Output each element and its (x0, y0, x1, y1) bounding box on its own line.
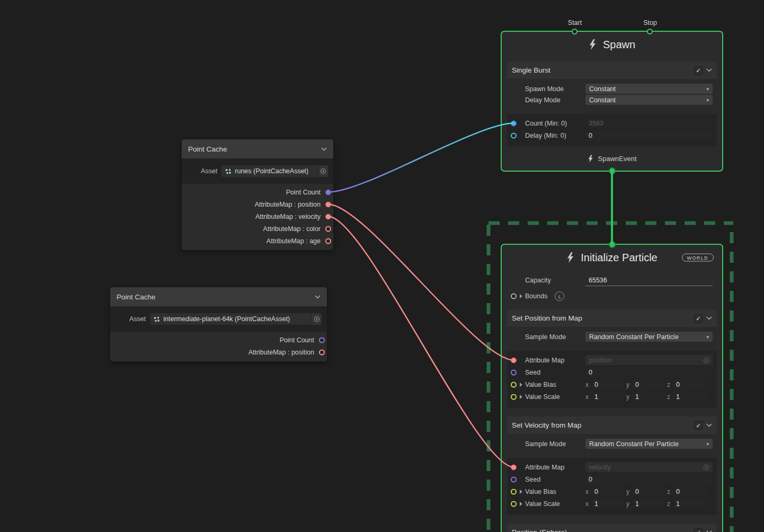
chevron-down-icon[interactable] (706, 316, 712, 320)
value-scale-x-field[interactable]: 1 (591, 392, 624, 402)
attributemap-position-output-port[interactable] (319, 349, 325, 355)
set-velocity-from-map-block[interactable]: Set Velocity from Map ✓ Sample Mode Rand… (507, 416, 717, 515)
asset-object-field[interactable]: intermediate-planet-64k (PointCacheAsset… (150, 313, 322, 325)
chevron-down-icon[interactable] (321, 147, 327, 151)
object-picker-button[interactable] (312, 313, 322, 325)
attribute-map-field[interactable]: velocity (585, 462, 713, 472)
set-position-from-map-block[interactable]: Set Position from Map ✓ Sample Mode Rand… (507, 309, 717, 408)
foldout-triangle-icon[interactable] (519, 395, 522, 399)
block-header[interactable]: Single Burst ✓ (507, 61, 717, 79)
velocity-map-edge[interactable] (328, 217, 514, 467)
point-count-output-port[interactable] (325, 189, 331, 195)
value-bias-x-field[interactable]: 0 (591, 486, 624, 496)
value-bias-y-field[interactable]: 0 (632, 379, 665, 389)
count-edge[interactable] (328, 123, 514, 192)
attribute-map-field[interactable]: position (585, 355, 713, 365)
sample-mode-dropdown[interactable]: Random Constant Per Particle ▾ (585, 439, 713, 449)
spawn-mode-dropdown[interactable]: Constant ▾ (585, 84, 713, 94)
attributemap-position-output-port[interactable] (325, 201, 331, 207)
node-header[interactable]: Point Cache (110, 287, 327, 306)
asset-object-field[interactable]: runes (PointCacheAsset) (221, 165, 328, 177)
attribute-map-label: Attribute Map (525, 357, 564, 364)
axis-y-label: y (626, 500, 629, 508)
value-scale-x-field[interactable]: 1 (591, 499, 624, 509)
attributemap-velocity-output-port[interactable] (325, 214, 331, 219)
output-label: Point Count (286, 189, 321, 196)
foldout-triangle-icon[interactable] (519, 502, 522, 506)
delay-input-port[interactable] (511, 132, 517, 138)
point-cache-node-planet[interactable]: Point Cache Asset intermediate-planet-64… (110, 287, 327, 362)
initialize-flow-input-port[interactable] (609, 241, 616, 248)
value-scale-z-field[interactable]: 1 (673, 392, 706, 402)
spawn-event-output: SpawnEvent (502, 147, 722, 170)
value-scale-y-field[interactable]: 1 (632, 392, 665, 402)
chevron-down-icon[interactable] (315, 295, 321, 299)
foldout-triangle-icon[interactable] (519, 383, 522, 387)
spawn-mode-value: Constant (589, 85, 616, 93)
spawn-context-node[interactable]: Start Stop Spawn Single Burst ✓ Spawn Mo… (501, 31, 723, 172)
flow-input-stop-label: Stop (634, 19, 666, 26)
sample-mode-dropdown[interactable]: Random Constant Per Particle ▾ (585, 332, 713, 342)
block-header[interactable]: Position (Sphere) ✓ (507, 524, 717, 532)
block-enabled-checkbox[interactable]: ✓ (694, 66, 703, 75)
context-title-bar[interactable]: Spawn (502, 32, 722, 57)
value-scale-input-port[interactable] (511, 394, 517, 400)
object-picker-icon[interactable] (703, 357, 709, 363)
initialize-particle-context-node[interactable]: Initialize Particle WORLD Capacity 65536… (501, 244, 723, 532)
axis-z-label: z (667, 488, 670, 495)
value-bias-input-port[interactable] (511, 382, 517, 387)
node-header[interactable]: Point Cache (182, 139, 333, 158)
spawn-bolt-icon (589, 39, 597, 50)
spawn-event-bolt-icon (588, 155, 593, 163)
block-header[interactable]: Set Position from Map ✓ (507, 309, 717, 327)
seed-field[interactable]: 0 (585, 367, 713, 377)
chevron-down-icon[interactable] (706, 68, 712, 72)
block-enabled-checkbox[interactable]: ✓ (694, 528, 703, 532)
value-scale-y-field[interactable]: 1 (632, 499, 665, 509)
value-bias-input-port[interactable] (511, 489, 517, 494)
count-field[interactable]: 3583 (585, 118, 713, 128)
capacity-field[interactable]: 65536 (585, 275, 713, 286)
value-scale-input-port[interactable] (511, 501, 517, 507)
seed-field[interactable]: 0 (585, 474, 713, 484)
attribute-map-input-port[interactable] (511, 357, 517, 363)
bounds-label: Bounds (525, 292, 547, 300)
foldout-triangle-icon[interactable] (519, 294, 522, 298)
block-enabled-checkbox[interactable]: ✓ (694, 314, 703, 323)
block-title: Single Burst (512, 66, 550, 74)
position-map-edge[interactable] (328, 205, 514, 360)
value-bias-z-field[interactable]: 0 (673, 379, 706, 389)
object-picker-button[interactable] (318, 165, 328, 177)
count-value: 3583 (589, 120, 603, 127)
bounds-lock-icon[interactable]: L (555, 291, 564, 301)
seed-input-port[interactable] (511, 369, 517, 375)
block-title: Set Position from Map (512, 314, 582, 322)
value-scale-z-field[interactable]: 1 (673, 499, 706, 509)
context-title-bar[interactable]: Initialize Particle WORLD (502, 245, 722, 270)
single-burst-block[interactable]: Single Burst ✓ Spawn Mode Constant ▾ Del… (507, 61, 717, 147)
count-input-port[interactable] (511, 120, 517, 126)
object-picker-icon[interactable] (703, 464, 709, 471)
attribute-map-input-port[interactable] (511, 464, 517, 470)
delay-field[interactable]: 0 (585, 130, 713, 140)
world-space-badge[interactable]: WORLD (682, 254, 714, 262)
value-bias-y-field[interactable]: 0 (632, 486, 665, 496)
foldout-triangle-icon[interactable] (519, 490, 522, 494)
spawn-flow-output-port[interactable] (609, 167, 616, 174)
output-port-list: Point Count AttributeMap : position (110, 332, 327, 361)
block-enabled-checkbox[interactable]: ✓ (694, 421, 703, 430)
vfx-graph-canvas[interactable]: Point Cache Asset runes (PointCacheAsset… (0, 0, 764, 532)
position-sphere-block[interactable]: Position (Sphere) ✓ (507, 524, 717, 532)
capacity-value: 65536 (589, 277, 607, 284)
attributemap-age-output-port[interactable] (325, 238, 331, 244)
delay-mode-dropdown[interactable]: Constant ▾ (585, 95, 713, 105)
attributemap-color-output-port[interactable] (325, 226, 331, 232)
value-bias-x-field[interactable]: 0 (591, 379, 624, 389)
block-header[interactable]: Set Velocity from Map ✓ (507, 416, 717, 434)
point-count-output-port[interactable] (319, 337, 325, 343)
chevron-down-icon[interactable] (706, 423, 712, 427)
bounds-input-port[interactable] (511, 294, 517, 299)
seed-input-port[interactable] (511, 476, 517, 482)
point-cache-node-runes[interactable]: Point Cache Asset runes (PointCacheAsset… (181, 139, 334, 251)
value-bias-z-field[interactable]: 0 (673, 486, 706, 496)
